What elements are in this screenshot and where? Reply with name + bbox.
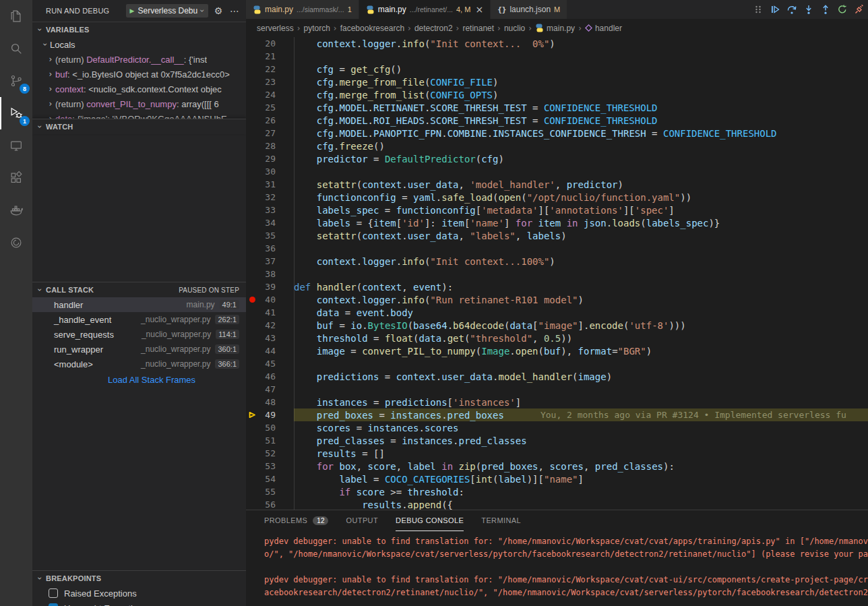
- variable-row[interactable]: ›(return) DefaultPredictor.__call__: {'i…: [32, 52, 246, 67]
- debug-disconnect-button[interactable]: [853, 3, 865, 16]
- code-line[interactable]: 37 context.logger.info("Init context...1…: [246, 255, 868, 268]
- breakpoint-gutter[interactable]: [246, 344, 258, 357]
- activity-docker[interactable]: [0, 194, 32, 226]
- tab-main-py-retinanet[interactable]: main.py .../retinanet/... 4, M ×: [359, 0, 491, 19]
- code-line[interactable]: 54 label = COCO_CATEGORIES[int(label)]["…: [246, 473, 868, 485]
- code-line[interactable]: 46 predictions = context.user_data.model…: [246, 370, 868, 383]
- toolbar-drag-handle-icon[interactable]: [752, 3, 764, 16]
- breakpoint-gutter[interactable]: [246, 140, 258, 152]
- breakpoint-gutter[interactable]: [246, 498, 258, 510]
- stack-frame[interactable]: run_wrapper_nuclio_wrapper.py360:1: [32, 342, 246, 357]
- breakpoint-gutter[interactable]: [246, 280, 258, 293]
- scope-locals[interactable]: › Locals: [32, 37, 246, 52]
- breadcrumb-item[interactable]: handler: [585, 24, 622, 33]
- breakpoint-gutter[interactable]: [246, 383, 258, 396]
- breakpoint-gutter[interactable]: [246, 396, 258, 408]
- breakpoint-gutter[interactable]: [246, 306, 258, 319]
- code-line[interactable]: 20 context.logger.info("Init context... …: [246, 37, 868, 50]
- code-line[interactable]: 52 results = []: [246, 447, 868, 460]
- breadcrumb-item[interactable]: retinanet: [462, 24, 494, 33]
- code-line[interactable]: 45: [246, 357, 868, 370]
- breakpoint-gutter[interactable]: [246, 75, 258, 88]
- breakpoint-gutter[interactable]: [246, 485, 258, 498]
- activity-explorer[interactable]: [0, 0, 32, 32]
- breakpoint-gutter[interactable]: [246, 229, 258, 242]
- breakpoint-gutter[interactable]: [246, 101, 258, 114]
- breakpoint-gutter[interactable]: [246, 204, 258, 216]
- panel-tab-output[interactable]: OUTPUT: [346, 510, 378, 531]
- expand-icon[interactable]: ›: [46, 99, 55, 109]
- breakpoint-gutter[interactable]: [246, 293, 258, 306]
- activity-extensions[interactable]: [0, 162, 32, 194]
- code-line[interactable]: 47: [246, 383, 868, 396]
- tab-main-py-siammask[interactable]: main.py .../siammask/... 1: [246, 0, 359, 19]
- expand-icon[interactable]: ›: [46, 84, 55, 94]
- breakpoint-gutter[interactable]: [246, 332, 258, 344]
- variables-section-header[interactable]: › VARIABLES: [32, 22, 246, 37]
- code-editor[interactable]: 20 context.logger.info("Init context... …: [246, 37, 868, 510]
- code-line[interactable]: 39def handler(context, event):: [246, 280, 868, 293]
- code-line[interactable]: 38: [246, 268, 868, 280]
- code-line[interactable]: 53 for box, score, label in zip(pred_box…: [246, 460, 868, 473]
- stack-frame[interactable]: <module>_nuclio_wrapper.py366:1: [32, 357, 246, 371]
- breakpoint-gutter[interactable]: [246, 37, 258, 50]
- activity-source-control[interactable]: 8: [0, 65, 32, 97]
- breakpoint-gutter[interactable]: [246, 268, 258, 280]
- breakpoint-gutter[interactable]: [246, 63, 258, 75]
- code-line[interactable]: 31 setattr(context.user_data, 'model_han…: [246, 178, 868, 191]
- breadcrumb-item[interactable]: pytorch: [304, 24, 330, 33]
- breakpoint-gutter[interactable]: [246, 473, 258, 485]
- debug-step-into-button[interactable]: [803, 3, 815, 16]
- code-line[interactable]: 28 cfg.freeze(): [246, 140, 868, 152]
- breakpoint-gutter[interactable]: [246, 447, 258, 460]
- breakpoint-gutter[interactable]: [246, 421, 258, 434]
- code-line[interactable]: 40 context.logger.info("Run retinanet-R1…: [246, 293, 868, 306]
- code-line[interactable]: 30: [246, 165, 868, 178]
- debug-step-over-button[interactable]: [786, 3, 798, 16]
- breakpoint-gutter[interactable]: [246, 165, 258, 178]
- breakpoint-gutter[interactable]: [246, 88, 258, 101]
- code-line[interactable]: 42 buf = io.BytesIO(base64.b64decode(dat…: [246, 319, 868, 332]
- tab-launch-json[interactable]: {} launch.json M: [491, 0, 567, 19]
- code-line[interactable]: 29 predictor = DefaultPredictor(cfg): [246, 152, 868, 165]
- breakpoint-gutter[interactable]: [246, 127, 258, 140]
- code-line[interactable]: 34 labels = {item['id']: item['name'] fo…: [246, 216, 868, 229]
- breakpoint-gutter[interactable]: [246, 357, 258, 370]
- breakpoint-gutter[interactable]: [246, 408, 258, 421]
- breadcrumb-item[interactable]: facebookresearch: [340, 24, 404, 33]
- breakpoint-gutter[interactable]: [246, 370, 258, 383]
- breakpoint-gutter[interactable]: [246, 178, 258, 191]
- stack-frame[interactable]: _handle_event_nuclio_wrapper.py262:1: [32, 312, 246, 327]
- breakpoint-gutter[interactable]: [246, 152, 258, 165]
- code-line[interactable]: 49 pred_boxes = instances.pred_boxesYou,…: [246, 408, 868, 421]
- code-line[interactable]: 33 labels_spec = functionconfig['metadat…: [246, 204, 868, 216]
- start-debug-icon[interactable]: ▶: [130, 7, 135, 14]
- panel-tab-debug-console[interactable]: DEBUG CONSOLE: [396, 510, 464, 531]
- breakpoint-gutter[interactable]: [246, 434, 258, 447]
- code-line[interactable]: 24 cfg.merge_from_list(CONFIG_OPTS): [246, 88, 868, 101]
- breakpoint-gutter[interactable]: [246, 460, 258, 473]
- breakpoint-gutter[interactable]: [246, 255, 258, 268]
- expand-icon[interactable]: ›: [46, 69, 55, 79]
- code-line[interactable]: 36: [246, 242, 868, 255]
- more-actions-icon[interactable]: ⋯: [228, 5, 241, 16]
- activity-remote-explorer[interactable]: [0, 129, 32, 162]
- code-line[interactable]: 32 functionconfig = yaml.safe_load(open(…: [246, 191, 868, 204]
- stack-frame[interactable]: handlermain.py49:1: [32, 297, 246, 312]
- debug-restart-button[interactable]: [836, 3, 848, 16]
- stack-frame[interactable]: serve_requests_nuclio_wrapper.py114:1: [32, 327, 246, 342]
- code-line[interactable]: 25 cfg.MODEL.RETINANET.SCORE_THRESH_TEST…: [246, 101, 868, 114]
- code-line[interactable]: 22 cfg = get_cfg(): [246, 63, 868, 75]
- code-line[interactable]: 43 threshold = float(data.get("threshold…: [246, 332, 868, 344]
- watch-section-header[interactable]: › WATCH: [32, 119, 246, 134]
- activity-extension-tool[interactable]: [0, 226, 32, 259]
- breakpoint-gutter[interactable]: [246, 114, 258, 127]
- code-line[interactable]: 35 setattr(context.user_data, "labels", …: [246, 229, 868, 242]
- debug-config-dropdown[interactable]: ▶ Serverless Debu ›: [126, 4, 208, 18]
- breakpoint-icon[interactable]: [249, 297, 255, 303]
- debug-step-out-button[interactable]: [819, 3, 832, 16]
- breakpoints-section-header[interactable]: › BREAKPOINTS: [32, 571, 246, 586]
- code-line[interactable]: 27 cfg.MODEL.PANOPTIC_FPN.COMBINE.INSTAN…: [246, 127, 868, 140]
- panel-tab-terminal[interactable]: TERMINAL: [481, 510, 521, 531]
- code-line[interactable]: 41 data = event.body: [246, 306, 868, 319]
